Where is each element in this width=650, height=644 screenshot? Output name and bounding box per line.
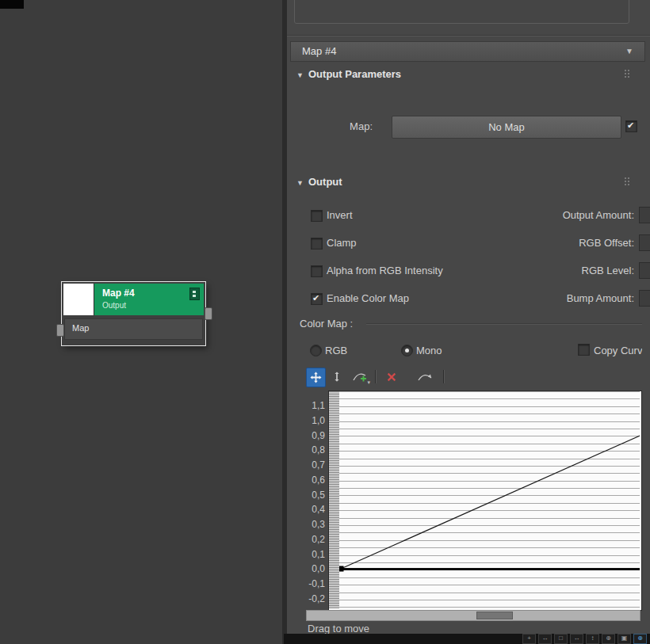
curve-plot[interactable]: [339, 391, 640, 608]
map-slot-button-label: No Map: [488, 121, 525, 133]
node-input-socket[interactable]: [56, 324, 64, 337]
rgb-offset-label: RGB Offset:: [499, 237, 634, 249]
delete-icon: [386, 372, 397, 383]
previous-rollout-fragment: [294, 0, 629, 24]
rollout-collapse-icon[interactable]: ▼: [296, 71, 304, 79]
alpha-from-rgb-checkbox[interactable]: [311, 265, 323, 277]
copy-curve-points-label: Copy Curv: [594, 345, 642, 356]
application-window: Map #4 Output Map Map #4 ▼ ▼ Output Para…: [0, 0, 650, 644]
y-axis-label: 0,1: [312, 550, 325, 560]
curve-horizontal-scrollbar[interactable]: [306, 610, 640, 621]
y-axis-label: 0,3: [312, 520, 325, 530]
status-bar-icons: +↔□↔↕⊕▣⊕: [284, 634, 650, 644]
node-slot-label: Map: [72, 323, 89, 333]
y-axis-label: 0,8: [312, 445, 325, 455]
rollout-title-output-parameters[interactable]: Output Parameters: [308, 68, 401, 80]
scrollbar-thumb[interactable]: [476, 612, 513, 619]
reset-curves-button[interactable]: [412, 368, 438, 386]
clamp-checkbox[interactable]: [311, 238, 323, 250]
node-output-socket[interactable]: [205, 307, 212, 320]
enable-color-map-label: Enable Color Map: [327, 292, 409, 304]
enable-color-map-checkbox[interactable]: [311, 293, 323, 305]
node-editor-canvas[interactable]: Map #4 Output Map: [0, 0, 282, 644]
map-label: Map:: [337, 120, 373, 132]
y-axis-label: 0,4: [312, 505, 325, 515]
rgb-offset-field[interactable]: [639, 234, 650, 251]
rgb-radio[interactable]: [310, 345, 322, 356]
y-axis-label: 0,6: [312, 475, 325, 486]
curve-point-handle[interactable]: [339, 566, 344, 572]
clamp-label: Clamp: [327, 237, 357, 249]
curve-line[interactable]: [341, 420, 640, 569]
invert-label: Invert: [327, 209, 353, 221]
node-slot-row[interactable]: Map: [64, 318, 203, 340]
y-axis-label: 0,5: [312, 490, 325, 501]
curve-hint-text: Drag to move: [308, 623, 369, 634]
move-icon: [310, 372, 322, 383]
rgb-level-label: RGB Level:: [499, 265, 634, 276]
y-axis-label: 0,2: [312, 535, 325, 545]
zoom-curve-icon[interactable]: ⊕: [633, 634, 647, 644]
rgb-radio-label: RGB: [325, 345, 347, 356]
node-header[interactable]: Map #4 Output: [94, 284, 204, 315]
group-box-line: [366, 323, 642, 325]
zoom-horizontal-icon[interactable]: ↔: [570, 634, 583, 644]
alpha-from-rgb-label: Alpha from RGB Intensity: [327, 265, 443, 276]
canvas-corner-fragment: [0, 0, 24, 9]
zoom-extents-icon[interactable]: □: [554, 634, 568, 644]
delete-point-button[interactable]: [382, 368, 401, 386]
toolbar-separator: [443, 370, 445, 383]
chevron-down-icon[interactable]: ▼: [625, 42, 633, 61]
mono-radio-label: Mono: [416, 345, 442, 356]
node-collapse-button[interactable]: [189, 288, 200, 300]
bump-amount-label: Bump Amount:: [499, 292, 634, 304]
move-point-button[interactable]: [306, 368, 326, 387]
mono-radio[interactable]: [401, 345, 413, 356]
map-enable-checkbox[interactable]: [625, 120, 637, 132]
y-axis-label: -0,2: [308, 594, 325, 604]
add-point-button[interactable]: ▾: [349, 368, 371, 386]
material-selector-dropdown[interactable]: Map #4 ▼: [290, 41, 645, 62]
toolbar-separator: [375, 370, 377, 383]
rollout-collapse-icon[interactable]: ▼: [296, 179, 304, 187]
rollout-grip[interactable]: [625, 177, 631, 187]
y-axis-label: 1,1: [312, 401, 325, 411]
reset-curves-icon: [417, 371, 433, 383]
zoom-icon[interactable]: ⊕: [602, 634, 615, 644]
zoom-extents-horizontal-icon[interactable]: ↔: [538, 634, 552, 644]
y-axis-label: 0,7: [312, 460, 325, 471]
divider: [287, 36, 650, 36]
copy-curve-points-checkbox[interactable]: [578, 344, 590, 356]
node-preview-swatch[interactable]: [63, 284, 94, 315]
pan-icon[interactable]: +: [522, 634, 536, 644]
scale-point-icon: [331, 371, 342, 383]
map-node[interactable]: Map #4 Output Map: [62, 282, 205, 345]
y-axis-label: 0,0: [312, 564, 325, 574]
output-amount-field[interactable]: [639, 207, 650, 223]
color-map-group-label: Color Map :: [300, 318, 353, 330]
add-point-flyout-icon[interactable]: ▾: [367, 379, 370, 385]
curve-ruler-strip[interactable]: [329, 391, 339, 608]
scale-point-button[interactable]: [327, 368, 346, 386]
output-amount-label: Output Amount:: [499, 209, 634, 221]
y-axis-label: 0,9: [312, 431, 325, 441]
add-point-icon: [353, 371, 367, 383]
y-axis-label: 1,0: [312, 416, 325, 426]
rollout-title-output[interactable]: Output: [308, 176, 342, 188]
material-selector-value: Map #4: [302, 42, 336, 61]
rgb-level-field[interactable]: [639, 262, 650, 279]
curve-y-axis: 1,11,00,90,80,70,60,50,40,30,20,10,0-0,1…: [303, 392, 327, 608]
zoom-vertical-icon[interactable]: ↕: [586, 634, 599, 644]
zoom-region-icon[interactable]: ▣: [618, 634, 631, 644]
invert-checkbox[interactable]: [311, 210, 323, 222]
node-subtitle: Output: [102, 301, 126, 310]
map-slot-button[interactable]: No Map: [392, 116, 621, 139]
y-axis-label: -0,1: [308, 579, 325, 589]
node-title: Map #4: [102, 288, 135, 299]
bump-amount-field[interactable]: [639, 290, 650, 307]
rollout-grip[interactable]: [625, 70, 631, 79]
